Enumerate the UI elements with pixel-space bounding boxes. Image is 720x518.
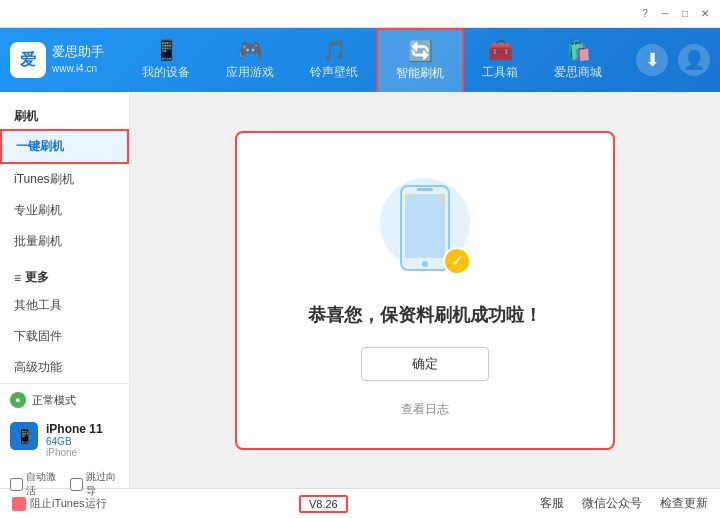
maximize-btn[interactable]: □ xyxy=(678,7,692,21)
sidebar-item-pro-flash[interactable]: 专业刷机 xyxy=(0,195,129,226)
sidebar-item-advanced[interactable]: 高级功能 xyxy=(0,352,129,383)
sidebar-item-other-tools[interactable]: 其他工具 xyxy=(0,290,129,321)
sidebar-item-one-click-flash[interactable]: 一键刷机 xyxy=(0,129,129,164)
svg-text:✦: ✦ xyxy=(437,193,445,204)
sidebar-item-download-firmware[interactable]: 下载固件 xyxy=(0,321,129,352)
nav-tab-my-device[interactable]: 📱 我的设备 xyxy=(124,28,208,92)
sidebar-item-itunes-flash[interactable]: iTunes刷机 xyxy=(0,164,129,195)
nav-tab-apps-games[interactable]: 🎮 应用游戏 xyxy=(208,28,292,92)
window-controls[interactable]: ? ─ □ ✕ xyxy=(638,7,712,21)
header-right: ⬇ 👤 xyxy=(636,44,710,76)
nav-tabs: 📱 我的设备 🎮 应用游戏 🎵 铃声壁纸 🔄 智能刷机 🧰 工具箱 🛍️ 爱思商… xyxy=(124,28,636,92)
logo-text: 爱思助手 www.i4.cn xyxy=(52,44,104,75)
nav-tab-smart-flash[interactable]: 🔄 智能刷机 xyxy=(376,28,464,92)
logo-icon: 爱 xyxy=(10,42,46,78)
sidebar-checkboxes: 自动激活 跳过向导 xyxy=(10,470,119,498)
auto-activate-checkbox[interactable] xyxy=(10,478,23,491)
status-links: 客服 微信公众号 检查更新 xyxy=(540,495,708,512)
svg-rect-2 xyxy=(417,188,433,191)
device-details: iPhone 11 64GB iPhone xyxy=(46,422,103,458)
sidebar-bottom: ● 正常模式 📱 iPhone 11 64GB iPhone 自动激活 跳过 xyxy=(0,383,129,506)
guide-bypass-checkbox[interactable] xyxy=(70,478,83,491)
sidebar-section-flash: 刷机 xyxy=(0,102,129,129)
user-btn[interactable]: 👤 xyxy=(678,44,710,76)
stop-icon xyxy=(12,497,26,511)
check-update-link[interactable]: 检查更新 xyxy=(660,495,708,512)
checkbox-guide-bypass[interactable]: 跳过向导 xyxy=(70,470,120,498)
help-btn[interactable]: ? xyxy=(638,7,652,21)
my-device-icon: 📱 xyxy=(154,40,179,60)
nav-tab-ringtones[interactable]: 🎵 铃声壁纸 xyxy=(292,28,376,92)
device-mode: ● 正常模式 xyxy=(10,392,119,408)
success-illustration: ✦ ✦ ✓ xyxy=(375,173,475,283)
checkbox-auto-activate[interactable]: 自动激活 xyxy=(10,470,60,498)
device-info: 📱 iPhone 11 64GB iPhone xyxy=(10,416,119,464)
tools-icon: 🧰 xyxy=(488,40,513,60)
apps-games-icon: 🎮 xyxy=(238,40,263,60)
store-icon: 🛍️ xyxy=(566,40,591,60)
smart-flash-icon: 🔄 xyxy=(408,41,433,61)
view-log-link[interactable]: 查看日志 xyxy=(401,401,449,418)
sidebar-section-more: ≡ 更多 xyxy=(0,263,129,290)
logo[interactable]: 爱 爱思助手 www.i4.cn xyxy=(10,42,104,78)
close-btn[interactable]: ✕ xyxy=(698,7,712,21)
success-title: 恭喜您，保资料刷机成功啦！ xyxy=(308,303,542,327)
minimize-btn[interactable]: ─ xyxy=(658,7,672,21)
version-badge: V8.26 xyxy=(299,495,348,513)
title-bar: ? ─ □ ✕ xyxy=(0,0,720,28)
svg-point-3 xyxy=(422,261,428,267)
check-badge: ✓ xyxy=(443,247,471,275)
success-card: ✦ ✦ ✓ 恭喜您，保资料刷机成功啦！ 确定 查看日志 xyxy=(235,131,615,450)
customer-service-link[interactable]: 客服 xyxy=(540,495,564,512)
device-phone-icon: 📱 xyxy=(10,422,38,450)
main-area: 刷机 一键刷机 iTunes刷机 专业刷机 批量刷机 ≡ 更多 其他工具 下载固… xyxy=(0,92,720,488)
header: 爱 爱思助手 www.i4.cn 📱 我的设备 🎮 应用游戏 🎵 铃声壁纸 🔄 … xyxy=(0,28,720,92)
wechat-link[interactable]: 微信公众号 xyxy=(582,495,642,512)
mode-icon: ● xyxy=(10,392,26,408)
itunes-stop-control[interactable]: 阻止iTunes运行 xyxy=(12,496,107,511)
content-area: ✦ ✦ ✓ 恭喜您，保资料刷机成功啦！ 确定 查看日志 xyxy=(130,92,720,488)
confirm-button[interactable]: 确定 xyxy=(361,347,489,381)
download-btn[interactable]: ⬇ xyxy=(636,44,668,76)
ringtones-icon: 🎵 xyxy=(322,40,347,60)
svg-text:✦: ✦ xyxy=(407,193,414,202)
nav-tab-tools[interactable]: 🧰 工具箱 xyxy=(464,28,536,92)
sidebar: 刷机 一键刷机 iTunes刷机 专业刷机 批量刷机 ≡ 更多 其他工具 下载固… xyxy=(0,92,130,488)
sidebar-item-batch-flash[interactable]: 批量刷机 xyxy=(0,226,129,257)
nav-tab-store[interactable]: 🛍️ 爱思商城 xyxy=(536,28,620,92)
